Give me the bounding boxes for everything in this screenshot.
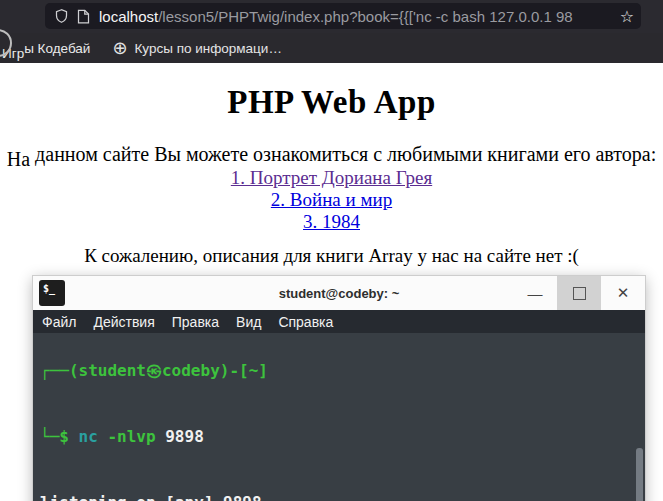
address-bar[interactable]: localhost/lesson5/PHPTwig/index.php?book… bbox=[45, 3, 641, 29]
book-links: 1. Портрет Дориана Грея 2. Война и мир 3… bbox=[0, 167, 663, 233]
maximize-button[interactable] bbox=[557, 276, 601, 310]
bookmark-label: Курсы по информаци… bbox=[134, 41, 281, 56]
terminal-scrollbar[interactable] bbox=[636, 448, 643, 501]
minimize-icon: — bbox=[528, 285, 543, 302]
page-info-icon[interactable] bbox=[77, 9, 90, 24]
terminal-menubar: Файл Действия Правка Вид Справка bbox=[33, 310, 645, 333]
terminal-window: $_ student@codeby: ~ — ✕ Файл Действия П… bbox=[33, 276, 645, 501]
bookmark-star-icon[interactable]: ☆ bbox=[620, 3, 634, 29]
terminal-prompt-line: └─$ nc -nlvp 9898 bbox=[40, 426, 645, 448]
menu-view[interactable]: Вид bbox=[236, 314, 261, 330]
terminal-line: listening on [any] 9898 ... bbox=[40, 492, 645, 501]
prompt-flags: -nlvp bbox=[98, 427, 165, 446]
terminal-output[interactable]: ┌──(student㉿codeby)-[~] └─$ nc -nlvp 989… bbox=[33, 333, 645, 501]
not-found-text: К сожалению, описания для книги Array у … bbox=[0, 245, 663, 267]
intro-text-part: На bbox=[7, 148, 30, 170]
url-text[interactable]: localhost/lesson5/PHPTwig/index.php?book… bbox=[99, 8, 641, 25]
terminal-titlebar[interactable]: $_ student@codeby: ~ — ✕ bbox=[33, 276, 645, 310]
intro-text: На данном сайте Вы можете ознакомиться с… bbox=[0, 142, 663, 166]
page-title: PHP Web App bbox=[0, 84, 663, 121]
browser-toolbar: localhost/lesson5/PHPTwig/index.php?book… bbox=[0, 0, 663, 33]
book-link-1[interactable]: 1. Портрет Дориана Грея bbox=[0, 167, 663, 189]
minimize-button[interactable]: — bbox=[513, 276, 557, 310]
prompt-command: nc bbox=[79, 427, 98, 446]
maximize-icon bbox=[573, 287, 586, 300]
close-button[interactable]: ✕ bbox=[601, 276, 645, 310]
close-icon: ✕ bbox=[617, 284, 630, 302]
globe-icon: ⊕ bbox=[112, 39, 127, 57]
window-controls: — ✕ bbox=[513, 276, 645, 310]
menu-actions[interactable]: Действия bbox=[93, 314, 154, 330]
bookmarks-bar: Игры Кодебай ⊕ Курсы по информаци… bbox=[0, 33, 663, 63]
bookmark-label-part: ы Кодебай bbox=[24, 41, 90, 56]
bookmark-item-games[interactable]: Игры Кодебай bbox=[2, 41, 90, 56]
url-path: /lesson5/PHPTwig/index.php?book={{['nc -… bbox=[158, 8, 572, 25]
prompt-symbol: └─$ bbox=[40, 427, 79, 446]
intro-text-part: данном сайте Вы можете ознакомиться с лю… bbox=[30, 143, 656, 165]
terminal-app-icon: $_ bbox=[39, 280, 65, 306]
menu-file[interactable]: Файл bbox=[42, 314, 76, 330]
prompt-arg: 9898 bbox=[165, 427, 204, 446]
menu-edit[interactable]: Правка bbox=[172, 314, 219, 330]
shield-icon[interactable] bbox=[54, 8, 69, 24]
bookmark-item-courses[interactable]: ⊕ Курсы по информаци… bbox=[90, 39, 282, 57]
menu-help[interactable]: Справка bbox=[278, 314, 333, 330]
url-host: localhost bbox=[99, 8, 158, 25]
terminal-line-clipped: ┌──(student㉿codeby)-[~] bbox=[40, 360, 645, 382]
book-link-3[interactable]: 3. 1984 bbox=[0, 211, 663, 233]
book-link-2[interactable]: 2. Война и мир bbox=[0, 189, 663, 211]
